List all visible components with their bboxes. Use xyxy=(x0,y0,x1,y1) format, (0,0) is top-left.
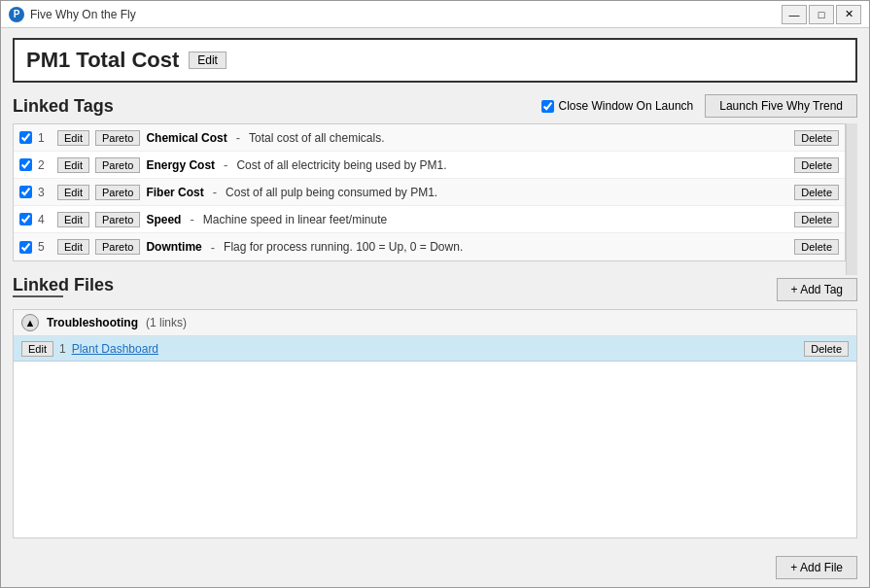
linked-tags-title: Linked Tags xyxy=(13,96,114,117)
file-delete-button-0-0[interactable]: Delete xyxy=(804,341,849,357)
linked-tags-controls: Close Window On Launch Launch Five Why T… xyxy=(541,94,857,118)
bottom-bar: + Add File xyxy=(1,548,869,587)
tag-description: Total cost of all chemicals. xyxy=(249,131,788,145)
tag-dash: - xyxy=(236,130,240,145)
tag-edit-button-2[interactable]: Edit xyxy=(57,157,89,173)
title-bar: P Five Why On the Fly — □ ✕ xyxy=(1,1,869,28)
files-section-count: (1 links) xyxy=(146,316,187,329)
tag-name: Downtime xyxy=(146,240,201,254)
table-row: 2 Edit Pareto Energy Cost - Cost of all … xyxy=(14,152,845,179)
tag-checkbox-1[interactable] xyxy=(19,131,32,144)
app-icon: P xyxy=(9,7,24,22)
list-item: Edit 1 Plant Dashboard Delete xyxy=(14,336,856,362)
close-window-label[interactable]: Close Window On Launch xyxy=(541,99,694,113)
linked-tags-section: Linked Tags Close Window On Launch Launc… xyxy=(13,94,857,275)
tag-edit-button-3[interactable]: Edit xyxy=(57,185,89,200)
tag-checkbox-5[interactable] xyxy=(19,241,32,254)
tag-num: 1 xyxy=(38,131,52,145)
close-button[interactable]: ✕ xyxy=(836,5,861,24)
tag-name: Energy Cost xyxy=(146,158,215,172)
page-title-edit-button[interactable]: Edit xyxy=(189,52,226,69)
linked-files-header: Linked Files + Add Tag xyxy=(13,275,857,303)
window-controls: — □ ✕ xyxy=(782,5,861,24)
tag-edit-button-4[interactable]: Edit xyxy=(57,212,89,227)
table-row: 1 Edit Pareto Chemical Cost - Total cost… xyxy=(14,124,845,152)
tag-description: Cost of all electricity being used by PM… xyxy=(236,158,788,172)
files-section-name: Troubleshooting xyxy=(47,316,138,329)
files-section-row: ▲ Troubleshooting (1 links) xyxy=(14,310,856,336)
add-tag-button[interactable]: + Add Tag xyxy=(777,278,858,301)
minimize-button[interactable]: — xyxy=(782,5,807,24)
tag-checkbox-3[interactable] xyxy=(19,186,32,198)
tag-checkbox-4[interactable] xyxy=(19,213,32,225)
page-title: PM1 Total Cost xyxy=(26,48,179,73)
file-num: 1 xyxy=(59,342,66,356)
tag-dash: - xyxy=(224,157,227,172)
tag-description: Machine speed in linear feet/minute xyxy=(203,213,788,226)
file-link-0-0[interactable]: Plant Dashboard xyxy=(72,342,799,356)
tag-pareto-button-1[interactable]: Pareto xyxy=(95,130,140,146)
tag-num: 4 xyxy=(38,213,52,226)
table-row: 4 Edit Pareto Speed - Machine speed in l… xyxy=(14,206,845,233)
tags-scrollbar[interactable] xyxy=(846,123,857,275)
tag-delete-button-2[interactable]: Delete xyxy=(794,157,839,173)
tag-edit-button-5[interactable]: Edit xyxy=(57,239,89,255)
tag-delete-button-4[interactable]: Delete xyxy=(794,212,839,227)
main-window: P Five Why On the Fly — □ ✕ PM1 Total Co… xyxy=(0,0,870,588)
divider xyxy=(13,295,63,297)
tag-edit-button-1[interactable]: Edit xyxy=(57,130,89,146)
tag-num: 5 xyxy=(38,240,52,254)
tag-num: 2 xyxy=(38,158,52,172)
tag-name: Fiber Cost xyxy=(146,186,203,199)
linked-files-section: Linked Files + Add Tag ▲ Troubleshooting… xyxy=(13,275,857,538)
tags-list: 1 Edit Pareto Chemical Cost - Total cost… xyxy=(13,123,846,261)
tag-name: Chemical Cost xyxy=(146,131,226,145)
tag-dash: - xyxy=(213,185,217,199)
add-file-button[interactable]: + Add File xyxy=(776,556,857,579)
table-row: 3 Edit Pareto Fiber Cost - Cost of all p… xyxy=(14,179,845,206)
tag-pareto-button-4[interactable]: Pareto xyxy=(95,212,140,227)
table-row: 5 Edit Pareto Downtime - Flag for proces… xyxy=(14,233,845,260)
tag-num: 3 xyxy=(38,186,52,199)
tag-delete-button-1[interactable]: Delete xyxy=(794,130,839,146)
maximize-button[interactable]: □ xyxy=(809,5,834,24)
main-content: PM1 Total Cost Edit Linked Tags Close Wi… xyxy=(1,28,869,548)
tag-delete-button-5[interactable]: Delete xyxy=(794,239,839,255)
tag-description: Cost of all pulp being consumed by PM1. xyxy=(226,186,788,199)
tag-checkbox-2[interactable] xyxy=(19,158,32,171)
tag-pareto-button-2[interactable]: Pareto xyxy=(95,157,140,173)
tag-dash: - xyxy=(190,212,193,226)
tag-dash: - xyxy=(211,240,215,255)
files-body: ▲ Troubleshooting (1 links) Edit 1 Plant… xyxy=(13,309,857,538)
title-bar-left: P Five Why On the Fly xyxy=(9,7,136,22)
page-header-box: PM1 Total Cost Edit xyxy=(13,38,857,83)
linked-files-title: Linked Files xyxy=(13,275,114,294)
tag-name: Speed xyxy=(146,213,181,226)
close-window-checkbox[interactable] xyxy=(541,100,554,113)
app-title: Five Why On the Fly xyxy=(30,8,136,21)
tag-pareto-button-5[interactable]: Pareto xyxy=(95,239,140,255)
file-edit-button-0-0[interactable]: Edit xyxy=(21,341,53,357)
tag-description: Flag for process running. 100 = Up, 0 = … xyxy=(224,240,788,254)
linked-tags-header: Linked Tags Close Window On Launch Launc… xyxy=(13,94,857,118)
launch-five-why-trend-button[interactable]: Launch Five Why Trend xyxy=(705,94,857,118)
tag-pareto-button-3[interactable]: Pareto xyxy=(95,185,140,200)
tag-delete-button-3[interactable]: Delete xyxy=(794,185,839,200)
collapse-icon-0[interactable]: ▲ xyxy=(21,314,39,331)
